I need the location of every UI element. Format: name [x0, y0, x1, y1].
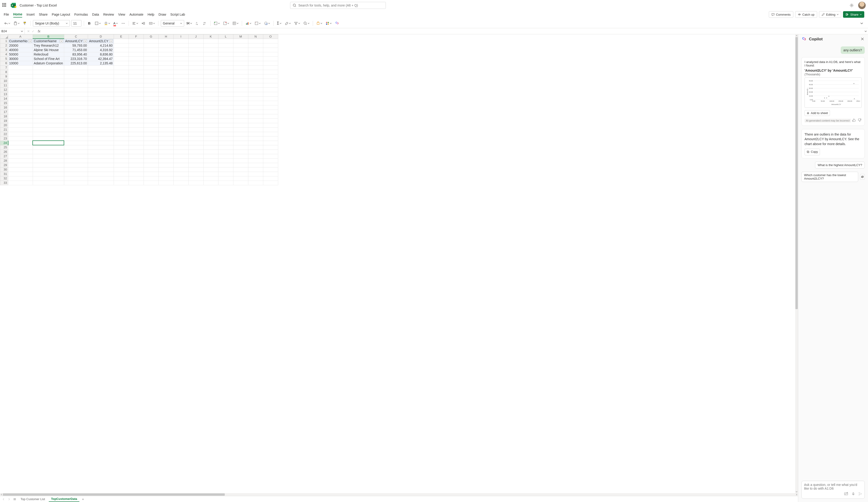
copy-button[interactable]: Copy: [805, 149, 820, 155]
cell-N33[interactable]: [248, 180, 263, 185]
row-header-33[interactable]: 33: [0, 180, 8, 185]
cell-M24[interactable]: [233, 141, 248, 145]
cell-K16[interactable]: [203, 105, 218, 109]
cell-I8[interactable]: [173, 70, 188, 74]
cell-H16[interactable]: [158, 105, 173, 109]
row-header-3[interactable]: 3: [0, 48, 8, 52]
cell-I19[interactable]: [173, 118, 188, 123]
cell-A6[interactable]: 10000: [8, 61, 33, 65]
filter-dropdown-button[interactable]: [29, 39, 32, 43]
cell-L27[interactable]: [218, 154, 233, 158]
cell-K17[interactable]: [203, 109, 218, 114]
cell-B15[interactable]: [33, 101, 64, 105]
cell-K12[interactable]: [203, 87, 218, 92]
cell-M19[interactable]: [233, 118, 248, 123]
cell-J19[interactable]: [188, 118, 203, 123]
cell-D18[interactable]: [88, 114, 114, 118]
cell-C12[interactable]: [64, 87, 88, 92]
cell-L10[interactable]: [218, 79, 233, 83]
insert-chart-button[interactable]: [244, 20, 252, 27]
cell-M20[interactable]: [233, 123, 248, 127]
cell-L21[interactable]: [218, 127, 233, 132]
cell-F1[interactable]: [128, 39, 144, 43]
column-header-C[interactable]: C: [64, 34, 88, 39]
cell-M27[interactable]: [233, 154, 248, 158]
cell-A13[interactable]: [8, 92, 33, 96]
cell-A12[interactable]: [8, 87, 33, 92]
cell-K14[interactable]: [203, 96, 218, 101]
filter-dropdown-button[interactable]: [60, 39, 63, 43]
column-header-A[interactable]: A: [8, 34, 33, 39]
cell-B5[interactable]: School of Fine Art: [33, 56, 64, 61]
menu-formulas[interactable]: Formulas: [74, 12, 88, 17]
decrease-decimal-button[interactable]: .0: [194, 20, 200, 27]
cell-N2[interactable]: [248, 43, 263, 48]
cell-L29[interactable]: [218, 163, 233, 167]
scroll-track[interactable]: [795, 37, 798, 490]
cell-B16[interactable]: [33, 105, 64, 109]
cell-O22[interactable]: [263, 132, 278, 136]
cell-D33[interactable]: [88, 180, 114, 185]
column-header-O[interactable]: O: [263, 34, 278, 39]
menu-home[interactable]: Home: [13, 11, 22, 18]
cell-E15[interactable]: [114, 101, 128, 105]
menu-draw[interactable]: Draw: [158, 12, 166, 17]
fx-icon[interactable]: fx: [37, 29, 42, 33]
cell-N24[interactable]: [248, 141, 263, 145]
cell-B22[interactable]: [33, 132, 64, 136]
cell-O11[interactable]: [263, 83, 278, 87]
cell-H13[interactable]: [158, 92, 173, 96]
cell-F7[interactable]: [128, 65, 144, 70]
cell-A16[interactable]: [8, 105, 33, 109]
row-header-9[interactable]: 9: [0, 74, 8, 79]
cell-E11[interactable]: [114, 83, 128, 87]
cell-L8[interactable]: [218, 70, 233, 74]
delete-cells-button[interactable]: [222, 20, 230, 27]
cell-I5[interactable]: [173, 56, 188, 61]
cell-L18[interactable]: [218, 114, 233, 118]
sort-filter-button[interactable]: [293, 20, 301, 27]
cell-F16[interactable]: [128, 105, 144, 109]
cell-K23[interactable]: [203, 136, 218, 141]
cell-F24[interactable]: [128, 141, 144, 145]
cell-H4[interactable]: [158, 52, 173, 56]
cell-H20[interactable]: [158, 123, 173, 127]
cell-L31[interactable]: [218, 172, 233, 176]
cell-H7[interactable]: [158, 65, 173, 70]
cell-A32[interactable]: [8, 176, 33, 180]
cell-I7[interactable]: [173, 65, 188, 70]
column-header-K[interactable]: K: [203, 34, 218, 39]
cell-D27[interactable]: [88, 154, 114, 158]
column-header-H[interactable]: H: [158, 34, 173, 39]
row-header-24[interactable]: 24: [0, 141, 8, 145]
cell-J10[interactable]: [188, 79, 203, 83]
cell-G20[interactable]: [144, 123, 158, 127]
cell-M13[interactable]: [233, 92, 248, 96]
filter-dropdown-button[interactable]: [110, 39, 113, 43]
cell-C18[interactable]: [64, 114, 88, 118]
cell-A4[interactable]: 50000: [8, 52, 33, 56]
cell-E19[interactable]: [114, 118, 128, 123]
cell-B10[interactable]: [33, 79, 64, 83]
cell-G8[interactable]: [144, 70, 158, 74]
cell-D2[interactable]: 4,214.60: [88, 43, 114, 48]
cell-G3[interactable]: [144, 48, 158, 52]
cell-H21[interactable]: [158, 127, 173, 132]
cell-I22[interactable]: [173, 132, 188, 136]
row-header-19[interactable]: 19: [0, 118, 8, 123]
cell-K30[interactable]: [203, 167, 218, 172]
cell-K25[interactable]: [203, 145, 218, 149]
row-header-20[interactable]: 20: [0, 123, 8, 127]
cell-K33[interactable]: [203, 180, 218, 185]
cell-H22[interactable]: [158, 132, 173, 136]
cell-D28[interactable]: [88, 158, 114, 163]
cell-F6[interactable]: [128, 61, 144, 65]
cell-G26[interactable]: [144, 149, 158, 154]
menu-file[interactable]: File: [4, 12, 9, 17]
cell-K1[interactable]: [203, 39, 218, 43]
cell-G2[interactable]: [144, 43, 158, 48]
cell-O27[interactable]: [263, 154, 278, 158]
cell-O10[interactable]: [263, 79, 278, 83]
cell-I11[interactable]: [173, 83, 188, 87]
cell-C2[interactable]: 59,793.00: [64, 43, 88, 48]
